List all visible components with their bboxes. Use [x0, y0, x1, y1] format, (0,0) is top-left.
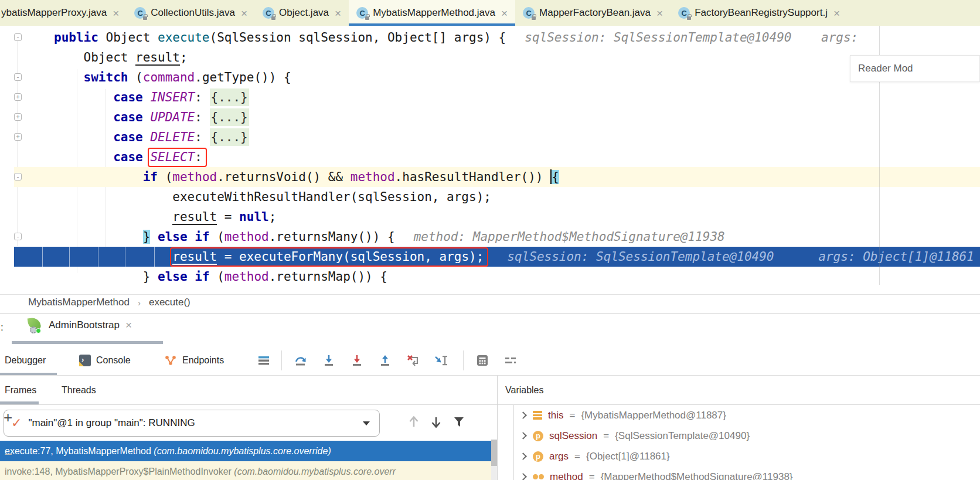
editor-tab-mybatismappermethod-java[interactable]: CMybatisMapperMethod.java×	[349, 0, 515, 26]
frame-up-button[interactable]	[406, 414, 421, 430]
code-token: {	[552, 170, 559, 184]
variable-row[interactable]: method = {MapperMethod$MethodSignature@1…	[515, 467, 980, 480]
variable-row[interactable]: pargs = {Object[1]@11861}	[515, 446, 980, 467]
code-token: executeWithResultHandler(sqlSession, arg…	[54, 190, 491, 204]
tab-threads[interactable]: Threads	[62, 376, 96, 404]
code-token: Object	[54, 50, 135, 64]
code-token: null	[239, 210, 269, 224]
code-line: result = null;	[0, 207, 980, 227]
frame-package: (com.baomidou.mybatisplus.core.override)	[154, 446, 331, 456]
step-out-button[interactable]	[377, 353, 393, 368]
stack-frame-row[interactable]: invoke:148, MybatisMapperProxy$PlainMeth…	[0, 461, 497, 480]
scrollbar-thumb[interactable]	[491, 440, 497, 466]
scrollbar[interactable]	[491, 440, 497, 480]
tab-console[interactable]: › Console	[79, 345, 131, 376]
settings-sliders-icon[interactable]	[503, 353, 518, 368]
force-step-into-button[interactable]	[349, 353, 365, 368]
fold-collapse-icon[interactable]: -	[14, 33, 22, 41]
variable-row[interactable]: this = {MybatisMapperMethod@11887}	[515, 405, 980, 425]
tab-endpoints[interactable]: Endpoints	[164, 345, 224, 376]
tab-label: MybatisMapperMethod.java	[373, 7, 495, 19]
code-token: :	[195, 150, 202, 164]
add-watch-button[interactable]: +	[4, 410, 12, 425]
fold-expand-icon[interactable]: +	[14, 93, 22, 101]
code-token: {...}	[210, 88, 249, 106]
close-icon[interactable]: ×	[833, 8, 840, 19]
code-token: if	[195, 230, 209, 244]
fold-collapse-icon[interactable]: -	[14, 173, 22, 181]
code-token: = executeForMany(sqlSession, args);	[217, 250, 484, 264]
class-icon: C	[134, 7, 146, 19]
variables-list: this = {MybatisMapperMethod@11887}psqlSe…	[515, 405, 980, 480]
fold-collapse-icon[interactable]: -	[14, 73, 22, 81]
code-token	[54, 210, 172, 224]
expand-chevron-icon[interactable]	[519, 432, 527, 440]
code-line: case UPDATE: {...}	[0, 107, 980, 127]
code-token: result	[172, 250, 217, 265]
code-line: case DELETE: {...}	[0, 127, 980, 147]
expand-chevron-icon[interactable]	[519, 452, 527, 460]
close-icon[interactable]: ×	[241, 8, 247, 19]
breadcrumb: MybatisMapperMethod › execute()	[28, 297, 190, 308]
indent-guide	[125, 247, 125, 267]
code-editor[interactable]: public Object execute(SqlSession sqlSess…	[0, 26, 980, 285]
fold-expand-icon[interactable]: +	[14, 113, 22, 121]
fold-expand-icon[interactable]: +	[14, 133, 22, 141]
remove-watch-button[interactable]: −	[4, 447, 12, 461]
editor-tab-collectionutils-java[interactable]: CCollectionUtils.java×	[127, 0, 255, 26]
run-to-cursor-button[interactable]	[434, 353, 449, 368]
class-icon: C	[523, 7, 535, 19]
expand-chevron-icon[interactable]	[519, 411, 527, 419]
filter-funnel-icon[interactable]	[451, 414, 467, 430]
code-token: else	[158, 270, 188, 284]
editor-tab-object-java[interactable]: CObject.java×	[255, 0, 349, 26]
code-lines: public Object execute(SqlSession sqlSess…	[0, 28, 980, 285]
tab-debugger-label: Debugger	[5, 355, 46, 366]
code-token: DELETE	[150, 130, 195, 144]
close-icon[interactable]: ×	[656, 8, 663, 19]
tab-endpoints-label: Endpoints	[182, 355, 224, 366]
code-token	[188, 230, 195, 244]
breadcrumb-method[interactable]: execute()	[149, 297, 190, 308]
lock-icon	[271, 16, 275, 20]
code-token: command	[143, 70, 195, 84]
expand-chevron-icon[interactable]	[519, 473, 527, 480]
stack-frame-row[interactable]: execute:77, MybatisMapperMethod (com.bao…	[0, 441, 497, 461]
equals-sign: =	[589, 471, 595, 480]
close-icon[interactable]: ×	[335, 8, 341, 19]
close-icon[interactable]: ×	[125, 319, 132, 332]
evaluate-expression-button[interactable]	[475, 353, 490, 368]
close-icon[interactable]: ×	[501, 8, 508, 19]
run-config-tab[interactable]: AdminBootstrap ×	[27, 317, 132, 333]
divider	[0, 294, 980, 295]
editor-tab-mapperfactorybean-java[interactable]: CMapperFactoryBean.java×	[515, 0, 671, 26]
code-token: if	[54, 170, 158, 184]
drop-frame-button[interactable]	[406, 353, 421, 368]
reader-mode-popup[interactable]: Reader Mod	[850, 55, 980, 82]
tab-debugger[interactable]: Debugger	[5, 345, 46, 376]
thread-selector-dropdown[interactable]: ✓ "main"@1 in group "main": RUNNING	[4, 410, 380, 437]
variable-row[interactable]: psqlSession = {SqlSessionTemplate@10490}	[515, 425, 980, 446]
code-token: .returnsVoid() &&	[217, 170, 351, 184]
code-token: (	[210, 270, 224, 284]
tab-label: ybatisMapperProxy.java	[1, 7, 107, 19]
layout-bars-icon[interactable]	[256, 353, 271, 368]
thread-selector-value: "main"@1 in group "main": RUNNING	[28, 417, 356, 429]
code-line: executeWithResultHandler(sqlSession, arg…	[0, 187, 980, 207]
editor-tab-ybatismapperproxy-java[interactable]: ybatisMapperProxy.java×	[0, 0, 127, 26]
code-token: .returnsMap()) {	[269, 270, 387, 284]
tab-frames[interactable]: Frames	[5, 376, 36, 404]
parameter-icon: p	[533, 431, 543, 441]
field-icon	[533, 474, 544, 479]
breadcrumb-class[interactable]: MybatisMapperMethod	[28, 297, 130, 308]
variable-value: {Object[1]@11861}	[586, 451, 670, 462]
step-into-button[interactable]	[321, 353, 336, 368]
fold-collapse-icon[interactable]: -	[14, 233, 22, 240]
step-over-button[interactable]	[293, 353, 308, 368]
run-config-label: AdminBootstrap	[49, 319, 120, 331]
frame-down-button[interactable]	[428, 414, 444, 430]
editor-tab-bar: ybatisMapperProxy.java×CCollectionUtils.…	[0, 0, 980, 26]
endpoints-icon	[164, 354, 177, 367]
close-icon[interactable]: ×	[113, 8, 119, 19]
editor-tab-factorybeanregistrysupport-j[interactable]: CFactoryBeanRegistrySupport.j×	[671, 0, 848, 26]
